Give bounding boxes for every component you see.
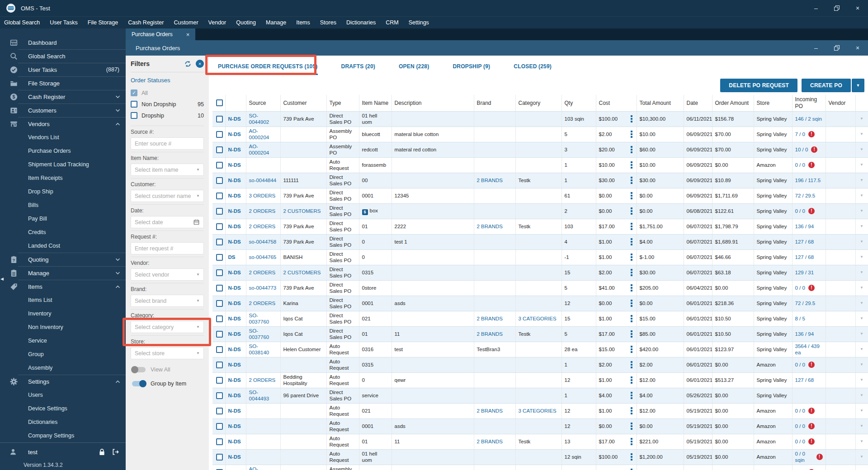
menu-global-search[interactable]: Global Search: [0, 17, 44, 29]
workspace-tab-purchase-orders[interactable]: Purchase Orders ×: [126, 28, 195, 40]
cell-expand[interactable]: ▼: [855, 418, 868, 434]
cell-select[interactable]: [212, 265, 225, 280]
checkbox-all[interactable]: ✓: [131, 89, 137, 96]
chevron-down-icon[interactable]: ▼: [859, 286, 865, 290]
sidebar-item-global-search[interactable]: Global Search: [0, 49, 126, 63]
cell-select[interactable]: [212, 465, 225, 470]
chevron-down-icon[interactable]: ▼: [859, 316, 865, 321]
row-menu-icon[interactable]: [631, 348, 632, 350]
sidebar-item-settings[interactable]: Settings: [0, 375, 126, 388]
row-checkbox[interactable]: [216, 423, 223, 430]
row-menu-icon[interactable]: [631, 118, 632, 120]
cell-expand[interactable]: ▼: [855, 449, 868, 465]
row-menu-icon[interactable]: [631, 456, 632, 458]
toggle-view-all[interactable]: [132, 367, 146, 372]
cell-incoming-po[interactable]: 8 / 5: [792, 311, 826, 326]
cell-incoming-po[interactable]: 0 / 0!: [792, 434, 826, 449]
cell-incoming-po[interactable]: 0 / 0!: [792, 157, 826, 173]
sidebar-item-pay-bill[interactable]: Pay Bill: [0, 212, 126, 226]
row-menu-icon[interactable]: [631, 256, 632, 258]
cell-brand[interactable]: 2 BRANDS: [474, 326, 515, 342]
cell-expand[interactable]: ▼: [855, 234, 868, 249]
cell-source[interactable]: so-0044773: [246, 280, 280, 296]
cell-source[interactable]: SO-0038140: [246, 342, 280, 357]
incoming-po-link[interactable]: 0 / 0: [795, 362, 805, 368]
incoming-po-link[interactable]: 127 / 68: [795, 239, 814, 245]
tab-closed-259[interactable]: CLOSED (259): [514, 57, 552, 75]
cell-source[interactable]: so-0044765: [246, 249, 280, 265]
cell-source[interactable]: SO-0044902: [246, 111, 280, 127]
incoming-po-link[interactable]: 136 / 94: [795, 223, 814, 230]
incoming-po-link[interactable]: 0 / 0: [795, 438, 805, 445]
source-link[interactable]: SO-0037760: [249, 313, 269, 324]
source-link[interactable]: so-0044773: [249, 285, 277, 291]
cell-select[interactable]: [212, 434, 225, 449]
menu-file-storage[interactable]: File Storage: [84, 17, 122, 29]
cell-source[interactable]: AO-0000192: [246, 465, 280, 470]
customer-value[interactable]: 2 CUSTOMERS: [283, 208, 321, 214]
cell-expand[interactable]: ▼: [855, 142, 868, 157]
sidebar-item-cash-register[interactable]: $Cash Register: [0, 90, 126, 103]
tab-dropship-9[interactable]: DROPSHIP (9): [453, 57, 490, 75]
status-filter-non-dropship[interactable]: Non Dropship95: [131, 99, 204, 110]
source-link[interactable]: 2 ORDERS: [249, 208, 276, 214]
row-checkbox[interactable]: [216, 438, 223, 445]
header-checkbox[interactable]: [216, 99, 223, 106]
chevron-down-icon[interactable]: ▼: [859, 424, 865, 428]
cell-select[interactable]: [212, 188, 225, 203]
cell-expand[interactable]: ▼: [855, 188, 868, 203]
cell-incoming-po[interactable]: 0 / 0!: [792, 203, 826, 219]
chevron-down-icon[interactable]: ▼: [859, 193, 865, 198]
brand-value[interactable]: 2 BRANDS: [477, 224, 503, 229]
cell-expand[interactable]: ▼: [855, 342, 868, 357]
sidebar-item-quoting[interactable]: ?Quoting: [0, 253, 126, 266]
row-menu-icon[interactable]: [631, 333, 632, 335]
row-menu-icon[interactable]: [631, 179, 632, 181]
customer-value[interactable]: 2 CUSTOMERS: [283, 270, 321, 275]
cell-category[interactable]: 3 CATEGORIES: [515, 311, 561, 326]
cell-expand[interactable]: ▼: [855, 326, 868, 342]
row-menu-icon[interactable]: [631, 241, 632, 243]
source-link[interactable]: 2 ORDERS: [249, 224, 276, 229]
cell-incoming-po[interactable]: 196 / 117.5: [792, 173, 826, 188]
menu-items[interactable]: Items: [292, 17, 314, 29]
row-checkbox[interactable]: [216, 346, 223, 353]
incoming-po-link[interactable]: 129 / 31: [795, 269, 814, 276]
cell-source[interactable]: SO-0037760: [246, 311, 280, 326]
cell-expand[interactable]: ▼: [855, 249, 868, 265]
sidebar-item-inventory[interactable]: Inventory: [0, 307, 126, 320]
source-link[interactable]: AO-0000204: [249, 128, 269, 140]
source-link[interactable]: SO-0044493: [249, 390, 269, 401]
incoming-po-link[interactable]: 7 / 0: [795, 131, 805, 137]
cell-select[interactable]: [212, 173, 225, 188]
cell-incoming-po[interactable]: 0 / 0!: [792, 280, 826, 296]
cell-customer[interactable]: 2 CUSTOMERS: [280, 203, 326, 219]
row-checkbox[interactable]: [216, 254, 223, 261]
chevron-down-icon[interactable]: ▼: [859, 332, 865, 336]
filters-close-icon[interactable]: ×: [196, 60, 204, 68]
row-menu-icon[interactable]: [631, 210, 632, 212]
incoming-po-link[interactable]: 72 / 29.5: [795, 300, 816, 306]
filter-category-select[interactable]: Select category▼: [131, 321, 204, 333]
refresh-icon[interactable]: [184, 60, 192, 68]
brand-value[interactable]: 2 BRANDS: [477, 331, 503, 337]
sidebar-item-bills[interactable]: Bills: [0, 198, 126, 212]
sidebar-item-customers[interactable]: Customers: [0, 103, 126, 117]
menu-settings[interactable]: Settings: [405, 17, 433, 29]
chevron-down-icon[interactable]: ▼: [859, 439, 865, 444]
source-link[interactable]: 2 ORDERS: [249, 301, 276, 306]
select-all-header[interactable]: [212, 95, 225, 111]
row-menu-icon[interactable]: [631, 410, 632, 412]
row-checkbox[interactable]: [216, 116, 223, 122]
chevron-down-icon[interactable]: ▼: [859, 362, 865, 367]
brand-value[interactable]: 2 BRANDS: [477, 316, 503, 321]
incoming-po-link[interactable]: 3564 / 439 ea: [795, 343, 823, 356]
cell-expand[interactable]: ▼: [855, 311, 868, 326]
filter-vendor-select[interactable]: Select vendor▼: [131, 268, 204, 281]
chevron-down-icon[interactable]: ▼: [859, 117, 865, 121]
category-value[interactable]: 3 CATEGORIES: [519, 316, 557, 321]
chevron-down-icon[interactable]: ▼: [859, 347, 865, 352]
filter-brand-select[interactable]: Select brand▼: [131, 295, 204, 307]
cell-select[interactable]: [212, 342, 225, 357]
source-link[interactable]: so-0044758: [249, 239, 277, 244]
